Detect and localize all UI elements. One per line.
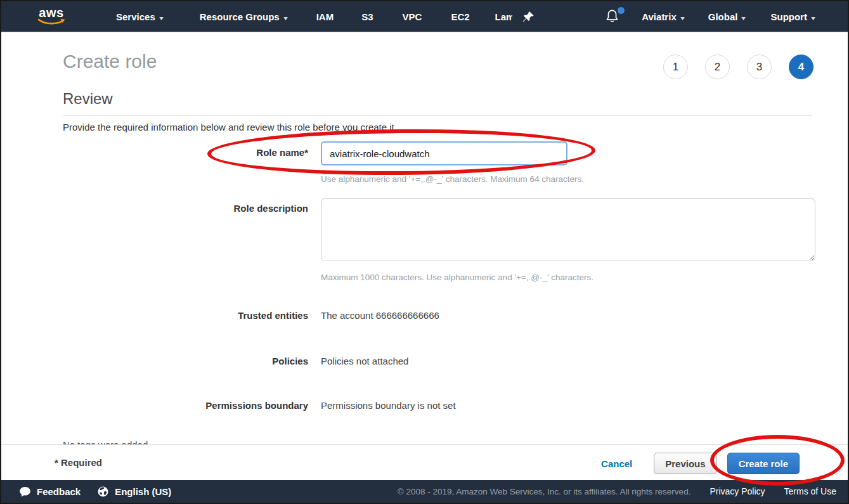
role-description-textarea[interactable] (321, 198, 815, 261)
trusted-entities-row: Trusted entities The account 66666666666… (63, 310, 439, 321)
nav-services[interactable]: Services▾ (116, 11, 163, 22)
step-2[interactable]: 2 (705, 55, 730, 79)
notifications-bell-icon[interactable] (605, 8, 620, 25)
role-name-row: Role name* (63, 147, 308, 158)
copyright-text: © 2008 - 2019, Amazon Web Services, Inc.… (398, 487, 691, 496)
required-note: * Required (55, 457, 102, 468)
chevron-down-icon: ▾ (283, 15, 288, 22)
wizard-steps: 1 2 3 4 (663, 55, 813, 79)
step-3[interactable]: 3 (747, 55, 772, 79)
speech-bubble-icon (19, 486, 31, 498)
action-buttons: Cancel Previous Create role (601, 453, 800, 474)
permissions-boundary-value: Permissions boundary is not set (321, 400, 456, 411)
permissions-boundary-label: Permissions boundary (63, 400, 308, 411)
page-title: Create role (63, 51, 157, 72)
nav-shortcut-vpc[interactable]: VPC (403, 11, 422, 22)
aws-logo-text: aws (39, 7, 63, 18)
previous-button[interactable]: Previous (654, 453, 716, 474)
aws-logo[interactable]: aws (37, 7, 65, 26)
permissions-boundary-row: Permissions boundary Permissions boundar… (63, 400, 456, 411)
nav-shortcut-lambda-truncated[interactable]: Lam (495, 11, 512, 22)
nav-resource-groups[interactable]: Resource Groups▾ (200, 11, 287, 22)
role-description-label: Role description (63, 203, 308, 214)
nav-shortcut-iam[interactable]: IAM (316, 11, 334, 22)
role-name-input[interactable] (321, 141, 567, 165)
cancel-link[interactable]: Cancel (601, 458, 632, 469)
main-content: Create role 1 2 3 4 Review Provide the r… (1, 33, 848, 503)
action-bar: * Required Cancel Previous Create role (1, 444, 848, 481)
nav-shortcut-ec2[interactable]: EC2 (451, 11, 469, 22)
role-description-help: Maximum 1000 characters. Use alphanumeri… (321, 273, 593, 282)
top-navbar: aws Services▾ Resource Groups▾ IAM S3 VP… (1, 1, 848, 32)
chevron-down-icon: ▾ (159, 15, 164, 22)
terms-of-use-link[interactable]: Terms of Use (784, 486, 836, 496)
aws-console-window: aws Services▾ Resource Groups▾ IAM S3 VP… (0, 0, 849, 504)
create-role-button[interactable]: Create role (727, 453, 800, 474)
nav-account-menu[interactable]: Aviatrix▾ (642, 11, 684, 22)
console-footer: Feedback English (US) © 2008 - 2019, Ama… (1, 480, 848, 503)
policies-label: Policies (63, 356, 308, 366)
nav-right-menu: Aviatrix▾ Global▾ Support▾ (605, 8, 815, 25)
trusted-entities-label: Trusted entities (63, 310, 308, 321)
nav-support-menu[interactable]: Support▾ (770, 11, 815, 22)
pushpin-icon[interactable] (521, 10, 535, 24)
nav-region-menu[interactable]: Global▾ (708, 11, 746, 22)
chevron-down-icon: ▾ (811, 15, 815, 22)
role-description-row: Role description (63, 203, 308, 214)
aws-smile-icon (37, 18, 65, 26)
step-4-active[interactable]: 4 (789, 55, 813, 79)
role-name-label: Role name* (63, 147, 308, 158)
language-selector[interactable]: English (US) (97, 486, 171, 498)
review-heading: Review (63, 90, 113, 108)
nav-main-menu: Services▾ Resource Groups▾ IAM S3 VPC EC… (116, 9, 535, 24)
step-1[interactable]: 1 (663, 55, 688, 79)
trusted-entities-value: The account 666666666666 (321, 310, 439, 321)
chevron-down-icon: ▾ (680, 15, 685, 22)
privacy-policy-link[interactable]: Privacy Policy (710, 486, 765, 496)
policies-row: Policies Policies not attached (63, 356, 408, 366)
role-name-help: Use alphanumeric and '+=,.@-_' character… (321, 174, 584, 184)
feedback-button[interactable]: Feedback (19, 486, 81, 498)
notification-dot (618, 7, 625, 14)
chevron-down-icon: ▾ (742, 15, 746, 22)
globe-icon (97, 486, 109, 498)
divider (63, 115, 812, 116)
review-description: Provide the required information below a… (63, 122, 397, 132)
nav-shortcut-s3[interactable]: S3 (361, 11, 373, 22)
policies-value: Policies not attached (321, 356, 408, 366)
